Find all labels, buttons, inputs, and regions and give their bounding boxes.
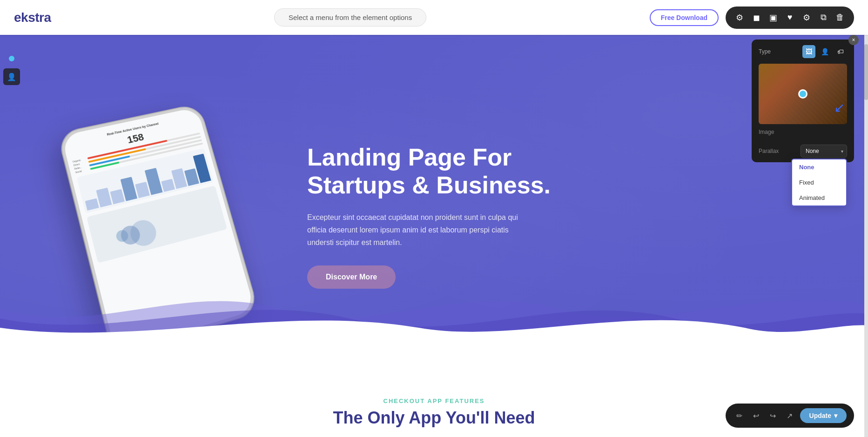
- left-sidebar: 👤: [0, 56, 23, 85]
- parallax-label: Parallax: [759, 148, 779, 154]
- heart-icon[interactable]: ♥: [783, 11, 796, 24]
- edit-icon[interactable]: ✏: [733, 409, 746, 422]
- gear-icon[interactable]: ⚙: [800, 11, 813, 24]
- parallax-dropdown[interactable]: None Fixed Animated: [801, 145, 847, 158]
- sidebar-person-icon[interactable]: 👤: [3, 68, 20, 85]
- scrollbar-thumb[interactable]: [864, 44, 868, 100]
- header-toolbar: ⚙ ◼ ▣ ♥ ⚙ ⧉ 🗑: [726, 7, 854, 29]
- trash-icon[interactable]: 🗑: [834, 11, 847, 24]
- header: ekstra Select a menu from the element op…: [0, 0, 868, 35]
- scrollbar[interactable]: [864, 35, 868, 437]
- bottom-toolbar: ✏ ↩ ↪ ↗ Update ▾: [726, 404, 854, 428]
- type-label: Type: [759, 48, 771, 55]
- type-icon-user[interactable]: 👤: [818, 45, 831, 58]
- redo-icon[interactable]: ↪: [767, 409, 780, 422]
- logo: ekstra: [14, 10, 51, 25]
- settings-icon[interactable]: ⚙: [733, 11, 746, 24]
- wave-decoration: [0, 272, 868, 346]
- option-animated[interactable]: Animated: [792, 190, 846, 205]
- image-label: Image: [759, 129, 774, 135]
- copy-icon[interactable]: ⧉: [817, 11, 830, 24]
- type-row: Type 🖼 👤 🏷: [752, 40, 854, 64]
- image-row: Image: [752, 124, 854, 140]
- undo-icon[interactable]: ↩: [750, 409, 763, 422]
- free-download-button[interactable]: Free Download: [650, 9, 719, 26]
- checkout-heading: The Only App You'll Need: [333, 408, 535, 428]
- export-icon[interactable]: ↗: [783, 409, 796, 422]
- type-icons: 🖼 👤 🏷: [802, 45, 847, 58]
- type-icon-image[interactable]: 🖼: [802, 45, 815, 58]
- close-panel-button[interactable]: ×: [848, 35, 859, 45]
- layout-icon[interactable]: ▣: [767, 11, 780, 24]
- header-right: Free Download ⚙ ◼ ▣ ♥ ⚙ ⧉ 🗑: [650, 7, 854, 29]
- image-center-dot: [798, 89, 807, 99]
- option-none[interactable]: None: [792, 159, 846, 175]
- checkout-label: Checkout App Features: [384, 397, 485, 404]
- sidebar-dot-1[interactable]: [9, 56, 14, 61]
- option-fixed[interactable]: Fixed: [792, 175, 846, 190]
- type-icon-tag[interactable]: 🏷: [834, 45, 847, 58]
- center-prompt: Select a menu from the element options: [274, 8, 426, 26]
- display-icon[interactable]: ◼: [750, 11, 763, 24]
- parallax-options-list: None Fixed Animated: [791, 159, 847, 206]
- update-button[interactable]: Update ▾: [800, 408, 847, 423]
- hero-text: Landing Page For Startups & Business. Ex…: [307, 144, 831, 288]
- arrow-indicator: ↙: [834, 100, 845, 115]
- hero-description: Excepteur sint occaecat cupidatat non pr…: [307, 211, 531, 249]
- editor-panel: × Type 🖼 👤 🏷 ↙ Image Parallax None Fixed…: [752, 40, 854, 162]
- parallax-dropdown-container: None Fixed Animated ▾: [801, 145, 847, 158]
